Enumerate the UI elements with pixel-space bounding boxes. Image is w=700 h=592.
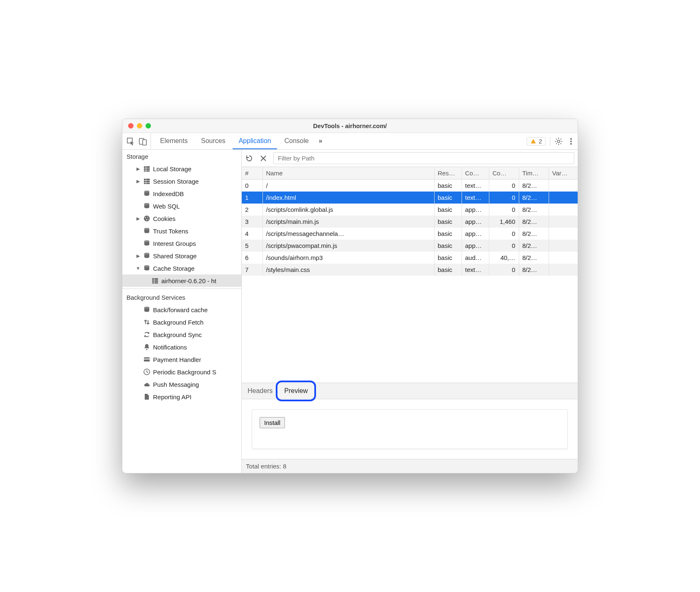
db-cyl-icon — [143, 227, 151, 235]
cell: 8/2… — [519, 180, 549, 192]
cell: 0 — [489, 240, 519, 252]
cell — [549, 192, 578, 204]
gear-icon[interactable] — [554, 137, 563, 146]
col-header[interactable]: # — [242, 167, 262, 180]
tab-console[interactable]: Console — [279, 133, 315, 149]
db-cyl-icon — [143, 190, 151, 197]
cell: 3 — [242, 216, 262, 228]
minimize-window-button[interactable] — [137, 123, 142, 129]
tabs-overflow-icon[interactable]: » — [315, 133, 326, 149]
bg-item-payment-handler[interactable]: Payment Handler — [122, 353, 241, 366]
col-header[interactable]: Co… — [489, 167, 519, 180]
tree-item-label: Back/forward cache — [153, 306, 208, 313]
svg-point-12 — [570, 138, 572, 140]
svg-point-37 — [144, 253, 149, 255]
expand-arrow-icon: ▶ — [136, 216, 141, 221]
tree-item-label: Web SQL — [153, 203, 180, 210]
col-header[interactable]: Tim… — [519, 167, 549, 180]
warnings-badge[interactable]: 2 — [527, 137, 546, 146]
storage-item-local-storage[interactable]: ▶Local Storage — [122, 163, 241, 175]
storage-item-shared-storage[interactable]: ▶Shared Storage — [122, 250, 241, 262]
tree-item-label: Periodic Background S — [153, 369, 216, 376]
svg-rect-42 — [152, 282, 158, 284]
bg-item-notifications[interactable]: Notifications — [122, 341, 241, 353]
filter-input[interactable] — [273, 152, 574, 164]
cell: 40,… — [489, 252, 519, 264]
bg-item-reporting-api[interactable]: Reporting API — [122, 391, 241, 403]
storage-item-airhorner-0-6-20-ht[interactable]: airhorner-0.6.20 - ht — [122, 274, 241, 287]
cell — [549, 252, 578, 264]
preview-pane: Install — [242, 399, 578, 459]
device-toolbar-icon[interactable] — [139, 137, 147, 146]
storage-item-indexeddb[interactable]: IndexedDB — [122, 187, 241, 200]
table-row[interactable]: 2/scripts/comlink.global.jsbasicapp…08/2… — [242, 204, 578, 216]
col-header[interactable]: Var… — [549, 167, 578, 180]
storage-item-cookies[interactable]: ▶Cookies — [122, 212, 241, 225]
storage-item-session-storage[interactable]: ▶Session Storage — [122, 175, 241, 187]
close-window-button[interactable] — [128, 123, 134, 129]
svg-point-45 — [144, 307, 149, 309]
expand-arrow-icon: ▶ — [136, 166, 141, 172]
devtools-window: DevTools - airhorner.com/ ElementsSource… — [122, 119, 578, 473]
cell: 8/2… — [519, 192, 549, 204]
clear-icon[interactable] — [259, 154, 267, 163]
bg-item-periodic-background-s[interactable]: Periodic Background S — [122, 366, 241, 378]
tree-item-label: Cookies — [153, 215, 175, 222]
kebab-menu-icon[interactable] — [567, 137, 575, 146]
cell: basic — [434, 216, 462, 228]
table-row[interactable]: 0/basictext…08/2… — [242, 180, 578, 192]
svg-rect-15 — [144, 166, 150, 168]
devtools-tabbar: ElementsSourcesApplicationConsole » 2 — [122, 133, 578, 150]
cell: aud… — [462, 252, 489, 264]
cell: / — [262, 180, 434, 192]
cell: /styles/main.css — [262, 264, 434, 276]
table-row[interactable]: 7/styles/main.cssbasictext…08/2… — [242, 264, 578, 276]
col-header[interactable]: Res… — [434, 167, 462, 180]
cell — [549, 216, 578, 228]
table-row[interactable]: 6/sounds/airhorn.mp3basicaud…40,…8/2… — [242, 252, 578, 264]
storage-item-interest-groups[interactable]: Interest Groups — [122, 237, 241, 250]
svg-line-9 — [561, 143, 561, 144]
table-row[interactable]: 3/scripts/main.min.jsbasicapp…1,4608/2… — [242, 216, 578, 228]
cell: text… — [462, 264, 489, 276]
svg-rect-48 — [144, 359, 150, 359]
zoom-window-button[interactable] — [146, 123, 151, 129]
cloud-icon — [143, 381, 151, 388]
cell — [549, 204, 578, 216]
cell — [549, 240, 578, 252]
tree-item-label: Session Storage — [153, 178, 199, 185]
cell: 0 — [489, 192, 519, 204]
titlebar: DevTools - airhorner.com/ — [122, 119, 578, 133]
tab-application[interactable]: Application — [233, 133, 277, 149]
bg-item-back-forward-cache[interactable]: Back/forward cache — [122, 303, 241, 316]
svg-point-31 — [148, 219, 148, 220]
storage-item-cache-storage[interactable]: ▼Cache Storage — [122, 262, 241, 274]
tree-item-label: Notifications — [153, 344, 187, 351]
cell: 0 — [489, 228, 519, 240]
tab-sources[interactable]: Sources — [195, 133, 231, 149]
svg-line-8 — [556, 138, 557, 139]
storage-item-web-sql[interactable]: Web SQL — [122, 200, 241, 212]
col-header[interactable]: Name — [262, 167, 434, 180]
table-row[interactable]: 4/scripts/messagechannela…basicapp…08/2… — [242, 228, 578, 240]
cell: /scripts/comlink.global.js — [262, 204, 434, 216]
bg-item-push-messaging[interactable]: Push Messaging — [122, 378, 241, 391]
install-button[interactable]: Install — [260, 417, 285, 428]
table-row[interactable]: 5/scripts/pwacompat.min.jsbasicapp…08/2… — [242, 240, 578, 252]
table-row[interactable]: 1/index.htmlbasictext…08/2… — [242, 192, 578, 204]
subtab-headers[interactable]: Headers — [242, 383, 278, 399]
svg-rect-2 — [143, 140, 146, 145]
bg-item-background-fetch[interactable]: Background Fetch — [122, 316, 241, 328]
cell: 1 — [242, 192, 262, 204]
tab-elements[interactable]: Elements — [154, 133, 194, 149]
bg-item-background-sync[interactable]: Background Sync — [122, 328, 241, 341]
col-header[interactable]: Co… — [462, 167, 489, 180]
inspect-element-icon[interactable] — [126, 137, 135, 146]
refresh-icon[interactable] — [245, 154, 253, 163]
subtab-preview[interactable]: Preview — [278, 383, 314, 399]
cell: 0 — [489, 264, 519, 276]
db-grid-icon — [143, 165, 151, 172]
db-cyl-icon — [143, 240, 151, 247]
storage-item-trust-tokens[interactable]: Trust Tokens — [122, 225, 241, 237]
svg-point-13 — [570, 141, 572, 142]
